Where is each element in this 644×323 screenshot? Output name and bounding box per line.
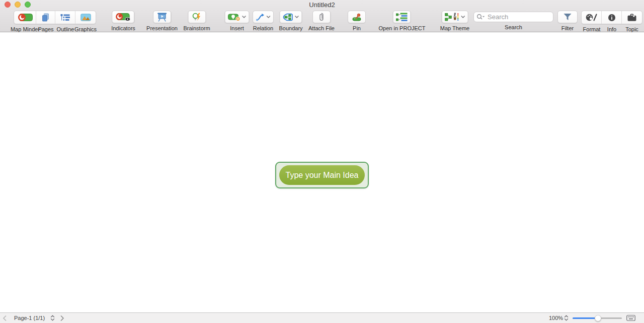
toolbar-item-insert: Insert xyxy=(225,11,250,31)
toolbar-group-panels: Format Info Topic xyxy=(581,11,642,33)
topic-label: Topic xyxy=(625,26,638,32)
insert-label: Insert xyxy=(230,25,244,31)
chevron-down-icon xyxy=(461,15,465,19)
presentation-button[interactable] xyxy=(153,11,171,23)
panels-segmented-control xyxy=(581,11,642,24)
outline-label: Outline xyxy=(57,26,74,32)
topic-briefcase-icon xyxy=(627,14,637,22)
toolbar-item-filter: Filter xyxy=(557,11,578,31)
zoom-slider[interactable] xyxy=(573,313,622,323)
info-button[interactable] xyxy=(602,11,622,24)
map-minder-label: Map Minder xyxy=(11,26,40,32)
graphics-icon xyxy=(80,14,91,21)
toolbar-item-pin: Pin xyxy=(348,11,366,31)
toolbar-group-views: Map Minder Pages Outline Graphics xyxy=(14,11,96,33)
outline-button[interactable] xyxy=(55,11,75,24)
map-theme-icon xyxy=(445,13,459,21)
topic-button[interactable] xyxy=(622,11,642,24)
open-in-project-icon xyxy=(396,13,408,22)
toolbar-item-relation: Relation xyxy=(253,11,274,31)
pages-panel-button[interactable] xyxy=(626,313,635,323)
pages-icon xyxy=(41,13,50,22)
page-stepper[interactable] xyxy=(50,313,55,323)
zoom-slider-thumb[interactable] xyxy=(595,315,601,321)
search-label: Search xyxy=(505,24,522,30)
brainstorm-icon xyxy=(192,13,202,21)
indicators-label: Indicators xyxy=(111,25,135,31)
insert-button[interactable] xyxy=(225,11,250,23)
map-theme-button[interactable] xyxy=(442,11,468,23)
chevron-right-icon xyxy=(60,315,64,321)
zoom-stepper[interactable] xyxy=(564,313,569,323)
toolbar-item-map-theme: Map Theme xyxy=(440,11,470,31)
window-title: Untitled2 xyxy=(0,1,644,9)
boundary-icon xyxy=(283,13,293,21)
main-idea-text: Type your Main Idea xyxy=(286,171,359,180)
prev-page-button[interactable] xyxy=(3,313,7,323)
open-in-project-label: Open in PROJECT xyxy=(379,25,426,31)
relation-button[interactable] xyxy=(253,11,274,23)
graphics-button[interactable] xyxy=(75,11,96,24)
chevron-down-icon xyxy=(295,15,299,19)
chevron-left-icon xyxy=(3,315,7,321)
toolbar: Map Minder Pages Outline Graphics xyxy=(0,11,644,32)
pages-panel-icon xyxy=(626,315,635,321)
toolbar-item-open-in-project: Open in PROJECT xyxy=(379,11,426,31)
app-window: Untitled2 xyxy=(0,0,644,323)
graphics-label: Graphics xyxy=(74,26,97,32)
filter-label: Filter xyxy=(561,25,574,31)
main-idea-pill: Type your Main Idea xyxy=(279,165,365,185)
relation-label: Relation xyxy=(253,25,273,31)
search-icon xyxy=(476,14,486,20)
brainstorm-button[interactable] xyxy=(188,11,206,23)
map-minder-button[interactable] xyxy=(14,11,36,24)
up-down-stepper-icon xyxy=(564,315,569,321)
attach-file-button[interactable] xyxy=(312,11,331,23)
map-canvas[interactable]: Type your Main Idea xyxy=(0,32,644,312)
search-input[interactable] xyxy=(487,13,550,21)
toolbar-item-attach-file: Attach File xyxy=(308,11,335,31)
boundary-button[interactable] xyxy=(280,11,302,23)
next-page-button[interactable] xyxy=(60,313,64,323)
paperclip-icon xyxy=(318,13,325,21)
header: Untitled2 xyxy=(0,0,644,32)
info-icon xyxy=(608,14,616,22)
filter-funnel-icon xyxy=(563,13,572,21)
toolbar-item-search: Search xyxy=(473,11,553,30)
pin-label: Pin xyxy=(353,25,361,31)
up-down-stepper-icon xyxy=(50,315,55,321)
views-segmented-control xyxy=(14,11,96,24)
insert-topic-icon xyxy=(228,13,240,21)
format-label: Format xyxy=(583,26,601,32)
page-indicator: Page-1 (1/1) xyxy=(14,315,45,321)
pin-button[interactable] xyxy=(348,11,366,23)
toolbar-item-brainstorm: Brainstorm xyxy=(183,11,210,31)
attach-file-label: Attach File xyxy=(308,25,335,31)
boundary-label: Boundary xyxy=(279,25,302,31)
pages-button[interactable] xyxy=(36,11,55,24)
toolbar-item-presentation: Presentation xyxy=(146,11,178,31)
indicators-icon xyxy=(115,13,131,21)
info-label: Info xyxy=(607,26,616,32)
filter-button[interactable] xyxy=(557,11,578,23)
presentation-label: Presentation xyxy=(146,25,178,31)
map-minder-icon xyxy=(17,13,33,22)
titlebar: Untitled2 xyxy=(0,0,644,9)
toolbar-item-boundary: Boundary xyxy=(279,11,302,31)
search-field[interactable] xyxy=(473,12,553,22)
presentation-icon xyxy=(156,13,168,22)
statusbar: Page-1 (1/1) 100% xyxy=(0,312,644,323)
format-palette-icon xyxy=(586,14,598,21)
outline-icon xyxy=(60,14,70,22)
open-in-project-button[interactable] xyxy=(393,11,411,23)
brainstorm-label: Brainstorm xyxy=(183,25,210,31)
zoom-level: 100% xyxy=(549,315,563,321)
indicators-button[interactable] xyxy=(112,11,134,23)
format-button[interactable] xyxy=(582,11,602,24)
pages-label: Pages xyxy=(38,26,53,32)
relation-icon xyxy=(256,13,265,21)
map-theme-label: Map Theme xyxy=(440,25,470,31)
chevron-down-icon xyxy=(242,15,247,19)
main-idea-node[interactable]: Type your Main Idea xyxy=(275,162,369,188)
chevron-down-icon xyxy=(266,15,271,19)
